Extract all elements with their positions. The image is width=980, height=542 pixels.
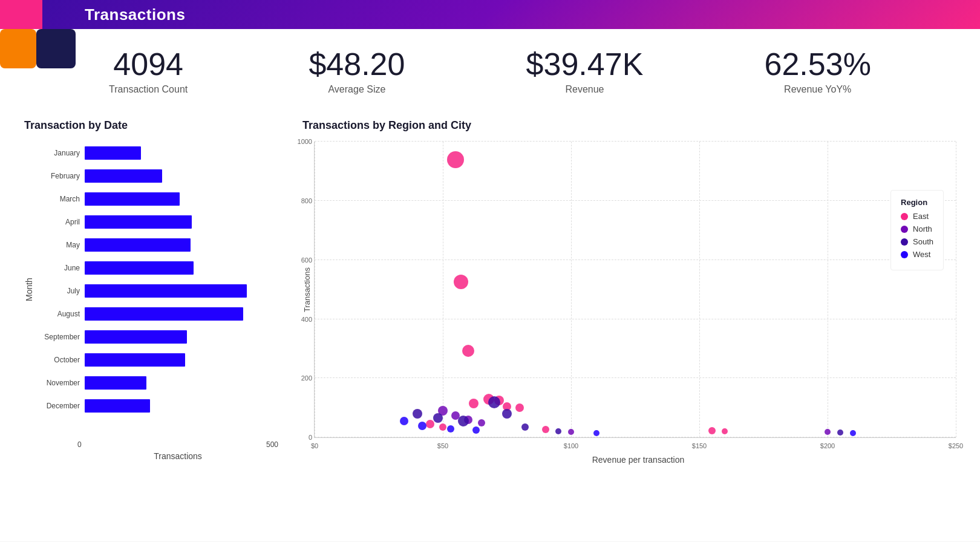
bar-fill: [85, 353, 185, 367]
bar-row: November: [36, 371, 278, 394]
bar-label: December: [36, 402, 85, 410]
legend-dot: [901, 238, 908, 246]
bar-row: June: [36, 256, 278, 279]
scatter-dot: [488, 396, 500, 408]
bar-label: July: [36, 287, 85, 295]
bar-track: [85, 307, 278, 321]
scatter-grid-v: [828, 142, 828, 437]
scatter-y-tick: 400: [301, 316, 315, 323]
bar-fill: [85, 146, 141, 160]
kpi-row: 4094 Transaction Count $48.20 Average Si…: [0, 29, 980, 107]
scatter-y-tick: 800: [301, 197, 315, 204]
bar-row: December: [36, 394, 278, 417]
scatter-x-tick: $150: [692, 442, 707, 449]
kpi-revenue: $39.47K Revenue: [526, 47, 644, 95]
legend-dot: [901, 226, 908, 233]
kpi-label-revenue-yoy: Revenue YoY%: [765, 84, 871, 95]
kpi-label-average-size: Average Size: [309, 84, 405, 95]
bar-row: October: [36, 348, 278, 371]
scatter-dot: [426, 420, 434, 428]
bar-fill: [85, 376, 146, 390]
bar-y-axis-label: Month: [24, 142, 34, 438]
legend-dot: [901, 213, 908, 220]
scatter-x-tick: $100: [564, 442, 578, 449]
scatter-dot: [515, 403, 524, 412]
bar-chart-title: Transaction by Date: [24, 119, 278, 132]
scatter-x-title: Revenue per transaction: [321, 455, 956, 465]
bar-label: September: [36, 333, 85, 341]
bar-label: June: [36, 264, 85, 272]
scatter-grid-h: [315, 200, 956, 201]
kpi-label-transaction-count: Transaction Count: [109, 84, 188, 95]
kpi-value-transaction-count: 4094: [109, 47, 188, 82]
scatter-legend: Region East North South West: [890, 190, 944, 270]
scatter-dot: [454, 275, 468, 289]
bar-row: July: [36, 279, 278, 302]
legend-label: South: [913, 237, 933, 246]
kpi-value-revenue-yoy: 62.53%: [765, 47, 871, 82]
bar-track: [85, 330, 278, 344]
bar-fill: [85, 192, 180, 206]
legend-item-east: East: [901, 212, 933, 221]
bar-x-axis: 0500: [77, 438, 278, 449]
legend-label: West: [913, 250, 930, 259]
bar-x-title: Transactions: [77, 451, 278, 461]
scatter-grid-v: [315, 142, 315, 437]
scatter-dot: [825, 429, 831, 435]
legend-item-south: South: [901, 237, 933, 246]
scatter-grid-v: [443, 142, 443, 437]
scatter-x-tick: $250: [949, 442, 963, 449]
scatter-grid-h: [315, 377, 956, 378]
bar-track: [85, 146, 278, 160]
scatter-dot: [502, 409, 512, 419]
legend-label: East: [913, 212, 929, 221]
bar-row: January: [36, 142, 278, 164]
scatter-dot: [478, 419, 485, 426]
scatter-dot: [708, 427, 716, 434]
scatter-dot: [593, 430, 599, 436]
scatter-dot: [722, 428, 728, 434]
bar-track: [85, 192, 278, 206]
logo-pink: [0, 0, 42, 29]
header: Transactions: [0, 0, 980, 29]
scatter-grid-h: [315, 319, 956, 319]
scatter-y-tick: 200: [301, 374, 315, 382]
bar-fill: [85, 261, 194, 275]
scatter-dot: [413, 409, 422, 419]
bar-fill: [85, 330, 187, 344]
scatter-x-tick: $0: [311, 442, 318, 449]
scatter-dot: [447, 151, 464, 168]
scatter-dot: [458, 416, 469, 426]
kpi-revenue-yoy: 62.53% Revenue YoY%: [765, 47, 871, 95]
bar-fill: [85, 215, 192, 229]
scatter-plot: 02004006008001000$0$50$100$150$200$250: [314, 142, 956, 438]
bar-fill: [85, 307, 243, 321]
scatter-dot: [400, 417, 408, 425]
scatter-y-tick: 600: [301, 256, 315, 264]
scatter-dot: [433, 413, 443, 423]
page-title: Transactions: [85, 5, 185, 24]
bar-row: September: [36, 325, 278, 348]
charts-area: Transaction by Date Month January Februa…: [0, 107, 980, 541]
kpi-average-size: $48.20 Average Size: [309, 47, 405, 95]
scatter-grid-v: [571, 142, 572, 437]
scatter-y-tick: 0: [309, 434, 315, 441]
kpi-value-average-size: $48.20: [309, 47, 405, 82]
bar-chart-container: Transaction by Date Month January Februa…: [24, 119, 278, 523]
logo-navy: [36, 29, 76, 68]
logo-orange: [0, 29, 36, 68]
scatter-dot: [469, 399, 479, 408]
scatter-dot: [418, 422, 426, 430]
scatter-dot: [447, 425, 454, 433]
bar-chart-inner: January February March April May June Ju…: [36, 142, 278, 438]
scatter-chart-container: Transactions by Region and City Transact…: [302, 119, 956, 523]
bar-label: May: [36, 241, 85, 249]
legend-label: North: [913, 224, 932, 233]
bar-track: [85, 238, 278, 252]
kpi-transaction-count: 4094 Transaction Count: [109, 47, 188, 95]
legend-title: Region: [901, 198, 933, 207]
kpi-label-revenue: Revenue: [526, 84, 644, 95]
bar-row: February: [36, 165, 278, 187]
bar-track: [85, 169, 278, 183]
legend-item-north: North: [901, 224, 933, 233]
